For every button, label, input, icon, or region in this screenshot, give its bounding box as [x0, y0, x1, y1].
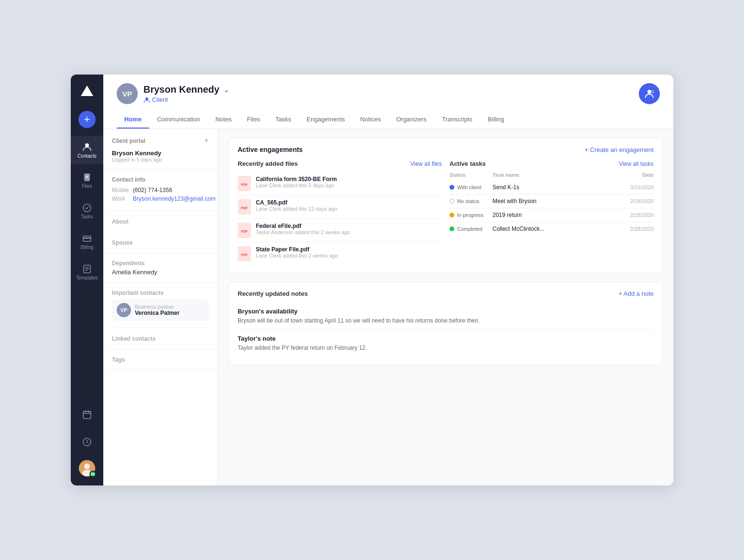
list-item[interactable]: PDF California form 3520-BE Form Lane Cl…	[238, 172, 442, 195]
view-all-tasks-link[interactable]: View all tasks	[619, 161, 654, 167]
client-portal-section: Client portal + Bryson Kennedy Logged in…	[103, 129, 218, 170]
list-item[interactable]: PDF State Paper File.pdf Lane Clerk adde…	[238, 242, 442, 265]
view-all-files-link[interactable]: View all files	[410, 161, 442, 167]
task-status-cell: Completed	[449, 226, 492, 232]
list-item[interactable]: PDF CA_565.pdf Lane Clerk added this 12 …	[238, 195, 442, 219]
tab-tasks[interactable]: Tasks	[268, 111, 299, 129]
task-date-cell: 2/28/2020	[620, 198, 654, 204]
sidebar-item-billing[interactable]: Billing	[71, 227, 103, 256]
file-name: CA_565.pdf	[256, 199, 337, 206]
work-email-value[interactable]: Bryson.kennedy123@gmail.com	[133, 195, 216, 202]
svg-text:PDF: PDF	[241, 183, 248, 186]
logo-triangle-icon	[81, 86, 93, 96]
svg-rect-10	[85, 270, 88, 270]
sidebar-item-calendar[interactable]	[71, 403, 103, 426]
mobile-value: (602) 774-1356	[133, 187, 172, 194]
chevron-down-icon[interactable]: ⌄	[223, 85, 230, 94]
sidebar-item-templates-label: Templates	[76, 275, 98, 280]
templates-icon	[82, 264, 92, 274]
tab-billing[interactable]: Billing	[480, 111, 512, 129]
tags-section: Tags	[103, 349, 218, 370]
status-dot-in-progress	[449, 213, 454, 217]
tab-engagements[interactable]: Engagements	[299, 111, 352, 129]
sidebar-item-timer[interactable]	[71, 430, 103, 453]
table-row[interactable]: With client Send K-1s 3/15/2020	[449, 181, 654, 194]
create-engagement-link[interactable]: + Create an engagement	[585, 146, 654, 153]
contact-info: Bryson Kennedy ⌄ Client	[143, 84, 230, 103]
sidebar-nav: Contacts Files	[71, 136, 103, 287]
header-left: VP Bryson Kennedy ⌄ Cl	[117, 83, 230, 104]
client-portal-header: Client portal +	[112, 136, 209, 146]
th-task-name: Task name	[492, 172, 620, 178]
note-body: Taylor added the PY federal return on Fe…	[238, 344, 654, 352]
plus-icon: +	[84, 114, 90, 125]
contact-info-header: Contact info	[112, 176, 209, 183]
sidebar: + Contacts	[71, 75, 103, 485]
status-dot-completed	[449, 226, 454, 231]
add-note-link[interactable]: + Add a note	[619, 290, 654, 297]
sidebar-item-files-label: Files	[82, 183, 92, 189]
spouse-label: Spouse	[112, 239, 132, 246]
sidebar-item-files[interactable]: Files	[71, 166, 103, 195]
th-date: Date	[620, 172, 654, 178]
avatar: 55	[79, 460, 95, 476]
status-label: Completed	[457, 226, 482, 232]
svg-text:PDF: PDF	[241, 253, 248, 257]
contact-name: Bryson Kennedy	[143, 84, 219, 95]
pdf-icon: PDF	[238, 176, 251, 191]
table-row[interactable]: In progress 2019 return 2/28/2020	[449, 208, 654, 222]
mobile-label: Mobile	[112, 187, 129, 194]
files-column: Recently added files View all files PDF	[238, 160, 442, 265]
dependent-name: Amelia Kennedy	[112, 269, 209, 276]
sidebar-item-tasks[interactable]: Tasks	[71, 197, 103, 226]
tab-notices[interactable]: Notices	[352, 111, 388, 129]
pdf-icon: PDF	[238, 223, 251, 238]
client-portal-add-button[interactable]: +	[204, 136, 209, 146]
portal-user-sub: Logged in 5 days ago	[112, 157, 209, 162]
sidebar-item-contacts[interactable]: Contacts	[71, 136, 103, 164]
tab-organizers[interactable]: Organizers	[389, 111, 435, 129]
task-name-cell: Send K-1s	[492, 184, 620, 191]
status-dot-no-status	[449, 199, 454, 204]
mobile-row: Mobile (602) 774-1356	[112, 187, 209, 194]
add-button[interactable]: +	[78, 111, 96, 128]
svg-point-18	[145, 97, 148, 100]
list-item[interactable]: Bryson's availability Bryson will be out…	[238, 303, 654, 330]
task-name-cell: Collect McClintock...	[492, 226, 620, 232]
file-name: Federal eFile.pdf	[256, 223, 350, 229]
svg-rect-8	[85, 267, 89, 268]
pdf-icon: PDF	[238, 246, 251, 261]
body-area: Client portal + Bryson Kennedy Logged in…	[103, 129, 673, 485]
left-panel: Client portal + Bryson Kennedy Logged in…	[103, 129, 218, 485]
tags-title: Tags	[112, 356, 125, 363]
user-settings-icon	[644, 88, 655, 99]
work-label: Work	[112, 195, 129, 202]
tab-files[interactable]: Files	[239, 111, 267, 129]
engagements-card: Active engagements + Create an engagemen…	[229, 138, 663, 273]
table-row[interactable]: No status Meet with Bryson 2/28/2020	[449, 194, 654, 208]
imp-contact-info: Business partner Veronica Palmer	[135, 304, 179, 316]
tab-communication[interactable]: Communication	[149, 111, 208, 129]
status-label: With client	[457, 184, 481, 190]
list-item[interactable]: Taylor's note Taylor added the PY federa…	[238, 330, 654, 357]
two-col-section: Recently added files View all files PDF	[238, 160, 654, 265]
task-status-cell: No status	[449, 198, 492, 204]
header-user-icon[interactable]	[639, 83, 660, 104]
table-row[interactable]: Completed Collect McClintock... 2/28/202…	[449, 222, 654, 236]
svg-point-16	[84, 463, 90, 469]
tabs-row: Home Communication Notes Files Tasks Eng…	[117, 111, 660, 129]
svg-point-0	[85, 143, 89, 147]
user-avatar-button[interactable]: 55	[71, 457, 103, 480]
tab-transcripts[interactable]: Transcripts	[434, 111, 480, 129]
client-portal-title: Client portal	[112, 138, 145, 144]
file-info: State Paper File.pdf Lane Clerk added th…	[256, 246, 338, 258]
tab-notes[interactable]: Notes	[208, 111, 239, 129]
svg-point-19	[647, 90, 651, 94]
task-status-cell: With client	[449, 184, 492, 190]
tab-home[interactable]: Home	[117, 111, 149, 129]
sidebar-item-templates[interactable]: Templates	[71, 258, 103, 287]
important-contact-card[interactable]: VP Business partner Veronica Palmer	[112, 299, 209, 321]
list-item[interactable]: PDF Federal eFile.pdf Taylor Anderson ad…	[238, 219, 442, 242]
tasks-icon	[82, 203, 92, 213]
files-col-header: Recently added files View all files	[238, 160, 442, 167]
